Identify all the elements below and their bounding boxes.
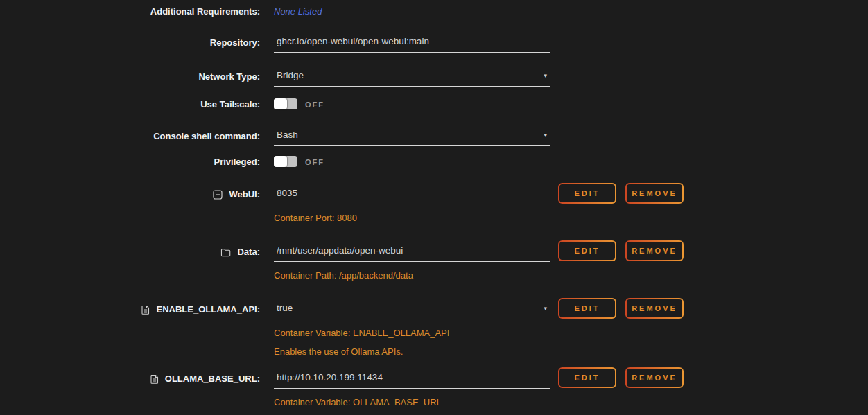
chevron-down-icon: ▾ bbox=[544, 305, 547, 312]
folder-icon bbox=[220, 248, 231, 257]
use-tailscale-toggle[interactable] bbox=[274, 98, 297, 109]
toggle-knob bbox=[274, 156, 287, 167]
edit-button-label: EDIT bbox=[559, 184, 615, 202]
field-hint: Container Path: /app/backend/data bbox=[274, 270, 565, 281]
field-label-cell: Network Type: bbox=[0, 70, 260, 82]
edit-button-label: EDIT bbox=[559, 369, 615, 387]
field-label-cell: Console shell command: bbox=[0, 130, 260, 142]
edit-button[interactable]: EDIT bbox=[558, 240, 616, 261]
repository-label: Repository: bbox=[210, 37, 260, 48]
chevron-down-icon: ▾ bbox=[544, 72, 547, 79]
use-tailscale-label: Use Tailscale: bbox=[200, 99, 260, 110]
form-row-ollama-base-url: OLLAMA_BASE_URL:EDITREMOVEContainer Vari… bbox=[0, 372, 868, 407]
form-row-use-tailscale: Use Tailscale:OFF bbox=[0, 98, 868, 110]
form-row-network-type: Network Type:Bridge▾ bbox=[0, 70, 868, 87]
form-row-additional-requirements: Additional Requirements:None Listed bbox=[0, 5, 868, 17]
chevron-down-icon: ▾ bbox=[544, 132, 547, 139]
additional-requirements-label: Additional Requirements: bbox=[150, 6, 260, 17]
edit-button[interactable]: EDIT bbox=[558, 298, 616, 319]
privileged-toggle[interactable] bbox=[274, 156, 297, 167]
edit-button-label: EDIT bbox=[559, 242, 615, 260]
container-settings-form: Additional Requirements:None ListedRepos… bbox=[0, 0, 868, 407]
remove-button-label: REMOVE bbox=[627, 184, 682, 202]
row-actions: EDITREMOVE bbox=[558, 367, 684, 388]
document-icon bbox=[150, 374, 159, 384]
console-shell-command-selected-value: Bash bbox=[277, 130, 298, 140]
webui-input[interactable] bbox=[274, 188, 550, 204]
row-actions: EDITREMOVE bbox=[558, 298, 684, 319]
additional-requirements-value: None Listed bbox=[274, 5, 322, 17]
ollama-base-url-label: OLLAMA_BASE_URL: bbox=[165, 373, 260, 385]
console-shell-command-label: Console shell command: bbox=[153, 131, 260, 142]
field-content-cell: EDITREMOVEContainer Port: 8080 bbox=[274, 188, 868, 223]
field-content-cell: EDITREMOVEContainer Variable: OLLAMA_BAS… bbox=[274, 372, 868, 407]
field-content-cell bbox=[274, 36, 868, 53]
toggle-knob bbox=[274, 98, 287, 109]
field-label-cell: ENABLE_OLLAMA_API: bbox=[0, 303, 260, 315]
enable-ollama-api-selected-value: true bbox=[277, 303, 293, 313]
repository-input[interactable] bbox=[274, 36, 550, 53]
field-hint: Container Variable: OLLAMA_BASE_URL bbox=[274, 397, 565, 407]
network-type-label: Network Type: bbox=[198, 71, 260, 82]
remove-button[interactable]: REMOVE bbox=[625, 298, 684, 319]
edit-button[interactable]: EDIT bbox=[558, 183, 616, 204]
form-row-webui: WebUI:EDITREMOVEContainer Port: 8080 bbox=[0, 188, 868, 223]
webui-label: WebUI: bbox=[229, 189, 260, 200]
field-content-cell: OFF bbox=[274, 155, 868, 167]
row-actions: EDITREMOVE bbox=[558, 183, 684, 204]
enable-ollama-api-select[interactable]: true▾ bbox=[274, 303, 550, 319]
field-hint: Enables the use of Ollama APIs. bbox=[274, 346, 565, 357]
edit-button[interactable]: EDIT bbox=[558, 367, 616, 388]
field-hint: Container Variable: ENABLE_OLLAMA_API bbox=[274, 328, 565, 338]
remove-button[interactable]: REMOVE bbox=[625, 367, 684, 388]
remove-button[interactable]: REMOVE bbox=[625, 240, 684, 261]
privileged-label: Privileged: bbox=[214, 157, 260, 168]
remove-button-label: REMOVE bbox=[627, 242, 682, 260]
minus-square-icon bbox=[213, 190, 223, 200]
privileged-toggle-state: OFF bbox=[305, 157, 324, 166]
data-label: Data: bbox=[237, 247, 260, 258]
field-label-cell: Privileged: bbox=[0, 155, 260, 168]
remove-button-label: REMOVE bbox=[627, 369, 682, 387]
data-input[interactable] bbox=[274, 245, 550, 262]
remove-button-label: REMOVE bbox=[627, 299, 682, 317]
field-content-cell: OFF bbox=[274, 98, 868, 109]
form-row-privileged: Privileged:OFF bbox=[0, 155, 868, 168]
row-actions: EDITREMOVE bbox=[558, 240, 684, 261]
field-hint: Container Port: 8080 bbox=[274, 213, 565, 223]
use-tailscale-toggle-state: OFF bbox=[305, 99, 324, 109]
field-label-cell: Data: bbox=[0, 245, 260, 258]
field-label-cell: WebUI: bbox=[0, 188, 260, 200]
document-icon bbox=[141, 305, 150, 315]
field-label-cell: Additional Requirements: bbox=[0, 5, 260, 17]
form-row-repository: Repository: bbox=[0, 36, 868, 53]
field-label-cell: Use Tailscale: bbox=[0, 98, 260, 110]
form-row-enable-ollama-api: ENABLE_OLLAMA_API:true▾EDITREMOVEContain… bbox=[0, 303, 868, 357]
edit-button-label: EDIT bbox=[559, 299, 615, 317]
field-content-cell: EDITREMOVEContainer Path: /app/backend/d… bbox=[274, 245, 868, 281]
network-type-select[interactable]: Bridge▾ bbox=[274, 70, 550, 87]
console-shell-command-select[interactable]: Bash▾ bbox=[274, 130, 550, 146]
remove-button[interactable]: REMOVE bbox=[625, 183, 684, 204]
form-row-console-shell-command: Console shell command:Bash▾ bbox=[0, 130, 868, 146]
field-content-cell: Bridge▾ bbox=[274, 70, 868, 87]
field-content-cell: true▾EDITREMOVEContainer Variable: ENABL… bbox=[274, 303, 868, 357]
field-content-cell: None Listed bbox=[274, 5, 868, 17]
field-label-cell: Repository: bbox=[0, 36, 260, 48]
network-type-selected-value: Bridge bbox=[277, 70, 304, 80]
form-row-data: Data:EDITREMOVEContainer Path: /app/back… bbox=[0, 245, 868, 281]
ollama-base-url-input[interactable] bbox=[274, 372, 550, 389]
field-content-cell: Bash▾ bbox=[274, 130, 868, 146]
enable-ollama-api-label: ENABLE_OLLAMA_API: bbox=[156, 304, 260, 315]
field-label-cell: OLLAMA_BASE_URL: bbox=[0, 372, 260, 385]
